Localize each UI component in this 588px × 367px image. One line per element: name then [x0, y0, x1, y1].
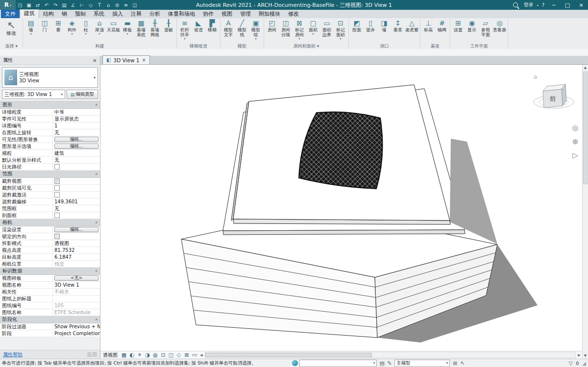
- window-button[interactable]: ⊞窗: [51, 18, 65, 43]
- viewer-button[interactable]: ◎查看器: [492, 18, 507, 43]
- orbit-icon[interactable]: ▷: [570, 150, 581, 161]
- filter-icon[interactable]: ▽: [567, 360, 574, 367]
- sign-in-button[interactable]: 登录: [522, 1, 535, 8]
- area-button[interactable]: ▢面积▾: [306, 18, 320, 43]
- modify-button[interactable]: ↖修改: [1, 18, 22, 43]
- save-icon[interactable]: ▣: [24, 2, 33, 8]
- tab-systems[interactable]: 系统: [90, 10, 108, 18]
- tab-annotate[interactable]: 注释: [127, 10, 146, 18]
- edit-button[interactable]: <无>: [54, 275, 98, 281]
- floor-button[interactable]: ▬楼板▾: [121, 18, 134, 43]
- press-drag-icon[interactable]: ↖: [459, 360, 466, 367]
- tab-modify[interactable]: 修改: [284, 10, 303, 18]
- checkbox[interactable]: [54, 192, 60, 197]
- railing-button[interactable]: ≡栏杆 扶手▾: [178, 18, 192, 43]
- open-icon[interactable]: ◳: [16, 2, 24, 8]
- section-header[interactable]: 图形∧: [0, 101, 100, 109]
- opening-by-face-button[interactable]: ◩按面: [350, 18, 364, 43]
- close-icon[interactable]: ×: [93, 57, 97, 64]
- property-value[interactable]: Project Completion: [53, 330, 100, 337]
- viewcube[interactable]: ⌂ 前: [534, 73, 574, 108]
- tag-room-button[interactable]: ⊠标记 房间▾: [293, 18, 306, 43]
- worksharing-status-icon[interactable]: [292, 360, 298, 366]
- tab-insert[interactable]: 插入: [108, 10, 127, 18]
- column-button[interactable]: ▯柱▾: [79, 18, 93, 43]
- grid-button[interactable]: #轴网: [435, 18, 449, 43]
- property-value[interactable]: 编辑...: [53, 143, 100, 149]
- property-value[interactable]: 建筑: [53, 150, 100, 156]
- scrollbar-thumb[interactable]: [583, 72, 588, 184]
- show-work-plane-button[interactable]: ◉显示: [465, 18, 479, 43]
- zoom-icon[interactable]: ⊕: [570, 136, 581, 147]
- thin-lines-icon[interactable]: ≡: [122, 2, 130, 8]
- checkbox[interactable]: [54, 185, 60, 191]
- exclude-options-icon[interactable]: ⊞: [451, 360, 459, 367]
- scroll-down-icon[interactable]: ▼: [583, 353, 588, 359]
- temporary-hide-isolate-icon[interactable]: ◇: [175, 352, 183, 358]
- tab-addins[interactable]: 附加模块: [255, 10, 284, 18]
- minimize-button[interactable]: ─: [548, 0, 560, 10]
- shaft-button[interactable]: ▯竖井: [364, 18, 377, 43]
- viewport-3d[interactable]: ⌂ 前 ◎⊕▷: [100, 65, 582, 351]
- tab-manage[interactable]: 管理: [236, 10, 255, 18]
- scroll-left-icon[interactable]: ◀: [198, 353, 204, 357]
- tag-icon[interactable]: ◇: [86, 2, 95, 8]
- switch-windows-icon[interactable]: ◫: [130, 2, 139, 8]
- resize-grip[interactable]: ◢: [582, 361, 586, 366]
- active-workset-select[interactable]: ▾: [299, 360, 377, 367]
- shadows-icon[interactable]: ◑: [144, 352, 151, 358]
- model-line-button[interactable]: ╱模型 线: [235, 18, 249, 43]
- revit-logo[interactable]: R ▾: [0, 0, 16, 10]
- search-icon[interactable]: [513, 2, 518, 7]
- redo-icon[interactable]: ↷: [51, 2, 60, 8]
- vertical-scrollbar[interactable]: ▲ ▼: [582, 65, 588, 359]
- default-3d-view-icon[interactable]: ⌂: [104, 2, 113, 8]
- type-selector[interactable]: ⌂ 三维视图 3D View ▾: [2, 67, 98, 88]
- viewcube-home-icon[interactable]: ⌂: [534, 73, 537, 80]
- mullion-button[interactable]: ╂竖梃: [162, 18, 175, 43]
- temporary-view-properties-icon[interactable]: ▭: [191, 352, 198, 358]
- print-icon[interactable]: ▤: [60, 2, 69, 8]
- section-header[interactable]: 范围∧: [0, 171, 100, 178]
- viewcube-front-label[interactable]: 前: [550, 95, 556, 102]
- perspective-mode-label[interactable]: 透视图: [103, 352, 118, 359]
- worksets-icon[interactable]: ▤: [378, 360, 386, 367]
- property-value[interactable]: 6.1847: [53, 254, 100, 260]
- set-work-plane-button[interactable]: ⊞设置: [451, 18, 465, 43]
- curtain-grid-button[interactable]: ╫幕墙 网格: [148, 18, 162, 43]
- ref-plane-button[interactable]: ▱参照 平面: [479, 18, 492, 43]
- level-button[interactable]: ⊥标高: [421, 18, 435, 43]
- property-value[interactable]: [53, 185, 100, 191]
- property-value[interactable]: 无: [53, 205, 100, 212]
- component-button[interactable]: ◈构件▾: [65, 18, 79, 43]
- model-text-button[interactable]: A模型 文字: [221, 18, 235, 43]
- crop-view-icon[interactable]: ⊡: [159, 352, 167, 358]
- crop-region-icon[interactable]: ◫: [167, 352, 175, 358]
- properties-help-link[interactable]: 属性帮助: [3, 351, 23, 358]
- wall-opening-button[interactable]: ◨墙: [377, 18, 391, 43]
- checkbox[interactable]: [54, 164, 60, 170]
- area-boundary-button[interactable]: ▭面积 边界: [320, 18, 334, 43]
- help-button[interactable]: ?: [540, 2, 546, 8]
- ceiling-button[interactable]: ▭天花板: [106, 18, 121, 43]
- property-value[interactable]: 81.7532: [53, 247, 100, 253]
- property-value[interactable]: 中等: [53, 109, 100, 115]
- tab-structure[interactable]: 结构: [39, 10, 58, 18]
- steering-wheel-icon[interactable]: ◎: [570, 122, 581, 133]
- sync-icon[interactable]: ⇄: [33, 2, 42, 8]
- tab-file[interactable]: 文件: [1, 10, 20, 18]
- property-value[interactable]: [53, 192, 100, 198]
- tab-analyze[interactable]: 分析: [146, 10, 164, 18]
- property-value[interactable]: 编辑...: [53, 136, 100, 143]
- property-value[interactable]: [53, 212, 100, 219]
- ramp-button[interactable]: ◣坡道: [192, 18, 205, 43]
- design-options-select[interactable]: 主模型 ▾: [394, 360, 450, 367]
- detail-level-icon[interactable]: ▦: [120, 352, 128, 358]
- maximize-button[interactable]: □: [562, 0, 573, 10]
- scrollbar-thumb[interactable]: [205, 353, 372, 357]
- stair-button[interactable]: ▛楼梯: [205, 18, 219, 43]
- gridshell-canopy[interactable]: [299, 112, 383, 189]
- tab-massing-site[interactable]: 体量和场地: [164, 10, 199, 18]
- view-instance-select[interactable]: 三维视图: 3D View 1 ▾: [2, 90, 65, 99]
- view-tab-3d-view-1[interactable]: ◧ 3D View 1 ×: [102, 55, 150, 64]
